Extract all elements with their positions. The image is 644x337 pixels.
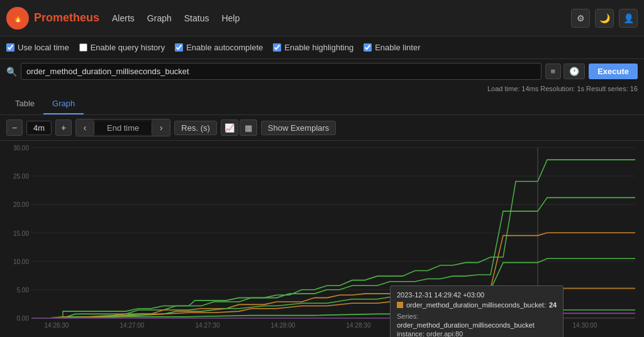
options-toolbar: Use local time Enable query history Enab… <box>0 36 644 59</box>
enable-linter-checkbox[interactable] <box>364 43 372 52</box>
svg-text:14:30:00: 14:30:00 <box>573 322 597 329</box>
svg-text:14:26:30: 14:26:30 <box>45 322 69 329</box>
enable-highlighting-label: Enable highlighting <box>284 43 353 52</box>
history-button[interactable]: 🕐 <box>564 64 585 79</box>
enable-query-history-checkbox[interactable] <box>79 43 87 52</box>
search-icon: 🔍 <box>6 67 17 77</box>
time-navigation: ‹ End time › <box>75 119 170 136</box>
enable-autocomplete-checkbox[interactable] <box>175 43 183 52</box>
execute-button[interactable]: Execute <box>589 64 638 79</box>
graph-toolbar: − 4m + ‹ End time › Res. (s) 📈 ▦ Show Ex… <box>0 115 644 141</box>
use-local-time-checkbox[interactable] <box>6 43 14 52</box>
enable-autocomplete-option[interactable]: Enable autocomplete <box>175 43 263 52</box>
svg-rect-2 <box>0 141 644 337</box>
prometheus-logo-icon: 🔥 <box>6 7 29 30</box>
svg-text:20.00: 20.00 <box>13 201 29 208</box>
nav-status[interactable]: Status <box>184 13 209 23</box>
end-time-label: End time <box>94 121 152 135</box>
user-button[interactable]: 👤 <box>619 9 638 28</box>
tab-graph[interactable]: Graph <box>43 94 84 114</box>
resolution-button[interactable]: Res. (s) <box>174 121 217 135</box>
nav-links: Alerts Graph Status Help <box>112 13 240 23</box>
chart-svg: 30.00 25.00 20.00 15.00 10.00 5.00 0.00 <box>0 141 644 337</box>
load-info: Load time: 14ms Resolution: 1s Result se… <box>0 84 644 94</box>
svg-text:14:27:30: 14:27:30 <box>196 322 220 329</box>
enable-autocomplete-label: Enable autocomplete <box>186 43 263 52</box>
svg-text:0.00: 0.00 <box>17 315 30 322</box>
time-prev-button[interactable]: ‹ <box>76 119 94 136</box>
navbar: 🔥 Prometheus Alerts Graph Status Help ⚙ … <box>0 0 644 36</box>
flame-icon: 🔥 <box>10 11 25 26</box>
main-content: Use local time Enable query history Enab… <box>0 36 644 337</box>
nav-graph[interactable]: Graph <box>147 13 172 23</box>
chart-area: 30.00 25.00 20.00 15.00 10.00 5.00 0.00 <box>0 141 644 337</box>
svg-text:30.00: 30.00 <box>13 145 29 152</box>
nav-help[interactable]: Help <box>221 13 240 23</box>
search-actions: ≡ 🕐 <box>545 64 586 79</box>
svg-text:15.00: 15.00 <box>13 229 29 236</box>
svg-text:5.00: 5.00 <box>17 287 30 294</box>
query-input[interactable] <box>21 63 541 80</box>
svg-text:10.00: 10.00 <box>13 258 29 265</box>
enable-linter-option[interactable]: Enable linter <box>364 43 420 52</box>
theme-button[interactable]: 🌙 <box>595 9 614 28</box>
enable-highlighting-checkbox[interactable] <box>273 43 281 52</box>
search-bar: 🔍 ≡ 🕐 Execute <box>0 59 644 84</box>
use-local-time-option[interactable]: Use local time <box>6 43 69 52</box>
format-button[interactable]: ≡ <box>545 64 562 79</box>
nav-settings: ⚙ 🌙 👤 <box>571 9 638 28</box>
nav-alerts[interactable]: Alerts <box>112 13 135 23</box>
use-local-time-label: Use local time <box>18 43 69 52</box>
svg-text:🔥: 🔥 <box>13 13 23 23</box>
app-title: Prometheus <box>34 11 99 25</box>
enable-query-history-option[interactable]: Enable query history <box>79 43 165 52</box>
svg-text:14:29:30: 14:29:30 <box>497 322 522 329</box>
range-value: 4m <box>26 121 52 135</box>
stacked-chart-button[interactable]: ▦ <box>240 119 257 136</box>
svg-text:14:27:00: 14:27:00 <box>120 322 145 329</box>
line-chart-button[interactable]: 📈 <box>221 119 238 136</box>
settings-button[interactable]: ⚙ <box>571 9 590 28</box>
range-increase-button[interactable]: + <box>55 119 72 136</box>
svg-text:25.00: 25.00 <box>13 173 29 180</box>
svg-text:14:28:30: 14:28:30 <box>347 322 371 329</box>
enable-query-history-label: Enable query history <box>91 43 165 52</box>
enable-highlighting-option[interactable]: Enable highlighting <box>273 43 353 52</box>
tab-table[interactable]: Table <box>6 94 43 114</box>
chart-type-buttons: 📈 ▦ <box>221 119 257 136</box>
nav-logo: 🔥 Prometheus <box>6 7 99 30</box>
enable-linter-label: Enable linter <box>375 43 420 52</box>
svg-text:14:28:00: 14:28:00 <box>271 322 296 329</box>
svg-text:14:29:00: 14:29:00 <box>422 322 447 329</box>
view-tabs: Table Graph <box>0 94 644 115</box>
time-next-button[interactable]: › <box>152 119 170 136</box>
show-exemplars-button[interactable]: Show Exemplars <box>261 121 336 135</box>
range-decrease-button[interactable]: − <box>6 119 23 136</box>
